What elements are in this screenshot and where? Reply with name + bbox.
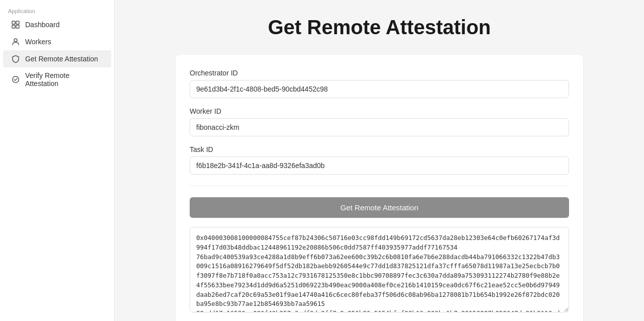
submit-button[interactable]: Get Remote Attestation [190, 197, 569, 218]
verify-icon [11, 75, 20, 84]
svg-rect-3 [16, 25, 19, 28]
svg-point-4 [14, 39, 17, 42]
sidebar-item-label: Dashboard [25, 21, 60, 29]
sidebar-item-workers[interactable]: Workers [3, 33, 111, 50]
workers-icon [11, 37, 20, 46]
sidebar-item-verify-remote-attestation[interactable]: Verify Remote Attestation [3, 67, 111, 92]
sidebar: Application Dashboard Workers Get R [0, 0, 115, 321]
svg-rect-1 [16, 21, 19, 24]
form-card: Orchestrator ID Worker ID Task ID Get Re… [176, 55, 583, 321]
task-id-input[interactable] [190, 156, 569, 175]
worker-id-label: Worker ID [190, 107, 569, 115]
sidebar-item-get-remote-attestation[interactable]: Get Remote Attestation [3, 50, 111, 67]
sidebar-section-label: Application [0, 4, 114, 16]
sidebar-item-label: Verify Remote Attestation [25, 71, 103, 88]
task-id-group: Task ID [190, 145, 569, 175]
worker-id-input[interactable] [190, 118, 569, 136]
worker-id-group: Worker ID [190, 107, 569, 136]
sidebar-item-label: Workers [25, 38, 51, 46]
main-content: Get Remote Attestation Orchestrator ID W… [115, 0, 644, 321]
svg-rect-2 [12, 25, 15, 28]
attestation-icon [11, 54, 20, 63]
orchestrator-id-group: Orchestrator ID [190, 69, 569, 98]
dashboard-icon [11, 20, 20, 29]
output-textarea[interactable] [190, 227, 569, 312]
orchestrator-id-input[interactable] [190, 80, 569, 98]
task-id-label: Task ID [190, 145, 569, 153]
divider [190, 186, 569, 186]
orchestrator-id-label: Orchestrator ID [190, 69, 569, 77]
sidebar-item-label: Get Remote Attestation [25, 55, 98, 63]
page-title: Get Remote Attestation [139, 16, 620, 39]
svg-rect-0 [12, 21, 15, 24]
sidebar-item-dashboard[interactable]: Dashboard [3, 16, 111, 33]
